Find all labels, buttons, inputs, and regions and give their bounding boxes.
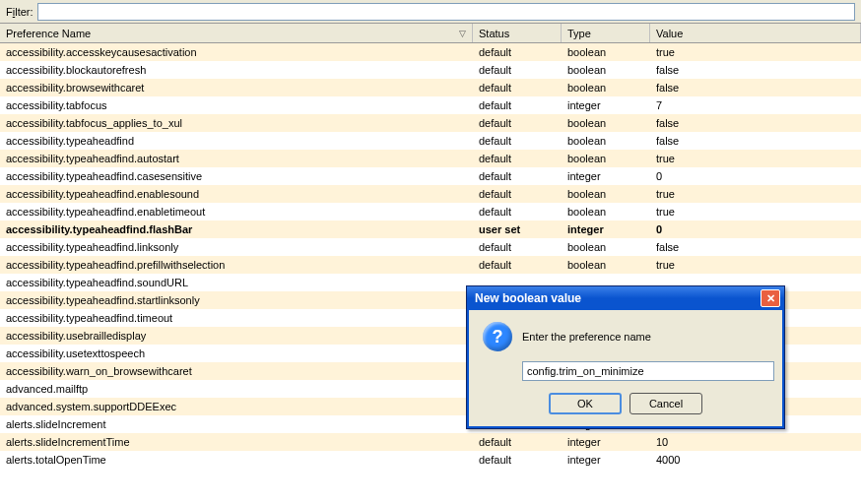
pref-name: accessibility.typeaheadfind.prefillwiths… xyxy=(0,258,473,272)
pref-value: false xyxy=(650,134,861,148)
pref-value: 4000 xyxy=(650,453,861,467)
pref-name: accessibility.typeaheadfind.timeout xyxy=(0,311,473,325)
pref-type: boolean xyxy=(562,134,650,148)
pref-name: accessibility.warn_on_browsewithcaret xyxy=(0,364,473,378)
pref-name: accessibility.browsewithcaret xyxy=(0,81,473,94)
pref-type: integer xyxy=(562,169,650,183)
close-icon[interactable]: ✕ xyxy=(761,289,780,307)
pref-status: default xyxy=(473,205,562,219)
pref-name: alerts.slideIncrement xyxy=(0,417,473,431)
pref-name: accessibility.typeaheadfind.enabletimeou… xyxy=(0,205,473,219)
pref-name: accessibility.tabfocus_applies_to_xul xyxy=(0,116,473,130)
dialog-prompt: Enter the preference name xyxy=(522,331,651,343)
pref-name: alerts.slideIncrementTime xyxy=(0,435,473,449)
table-row[interactable]: alerts.slideIncrementTimedefaultinteger1… xyxy=(0,433,861,451)
table-row[interactable]: accessibility.typeaheadfind.casesensitiv… xyxy=(0,167,861,185)
pref-type xyxy=(562,282,650,284)
pref-status: user set xyxy=(473,222,562,236)
pref-name: alerts.totalOpenTime xyxy=(0,453,473,467)
table-row[interactable]: alerts.totalOpenTimedefaultinteger4000 xyxy=(0,451,861,469)
pref-name: accessibility.accesskeycausesactivation xyxy=(0,45,473,59)
pref-name: accessibility.typeaheadfind.enablesound xyxy=(0,187,473,201)
pref-type: boolean xyxy=(562,205,650,219)
pref-value: true xyxy=(650,152,861,165)
header-label: Preference Name xyxy=(6,28,91,39)
pref-value: 0 xyxy=(650,222,861,236)
sort-indicator-icon: ▽ xyxy=(459,29,466,38)
header-label: Type xyxy=(567,28,591,39)
pref-value: false xyxy=(650,81,861,94)
header-label: Value xyxy=(656,28,683,39)
pref-value: 7 xyxy=(650,98,861,112)
header-status[interactable]: Status xyxy=(473,24,562,42)
pref-name: advanced.system.supportDDEExec xyxy=(0,400,473,413)
pref-status: default xyxy=(473,134,562,148)
pref-name: accessibility.typeaheadfind xyxy=(0,134,473,148)
header-preference-name[interactable]: Preference Name ▽ xyxy=(0,24,473,42)
table-row[interactable]: accessibility.typeaheadfind.enabletimeou… xyxy=(0,203,861,220)
new-boolean-dialog: New boolean value ✕ Enter the preference… xyxy=(466,285,785,429)
pref-name: accessibility.typeaheadfind.linksonly xyxy=(0,240,473,254)
dialog-titlebar[interactable]: New boolean value ✕ xyxy=(467,286,784,310)
table-row[interactable]: accessibility.browsewithcaretdefaultbool… xyxy=(0,79,861,96)
pref-type: boolean xyxy=(562,152,650,165)
table-row[interactable]: accessibility.typeaheadfind.flashBaruser… xyxy=(0,220,861,238)
pref-status: default xyxy=(473,45,562,59)
header-type[interactable]: Type xyxy=(562,24,650,42)
pref-name: accessibility.usebrailledisplay xyxy=(0,329,473,343)
pref-status: default xyxy=(473,152,562,165)
filter-label: Filter: xyxy=(6,6,33,18)
pref-status: default xyxy=(473,453,562,467)
pref-value: false xyxy=(650,63,861,77)
pref-type: boolean xyxy=(562,116,650,130)
pref-value: 10 xyxy=(650,435,861,449)
table-row[interactable]: accessibility.tabfocus_applies_to_xuldef… xyxy=(0,114,861,132)
filter-input[interactable] xyxy=(37,3,855,21)
pref-status: default xyxy=(473,81,562,94)
pref-type: boolean xyxy=(562,258,650,272)
pref-status: default xyxy=(473,258,562,272)
pref-type: integer xyxy=(562,453,650,467)
pref-value: true xyxy=(650,187,861,201)
pref-name: accessibility.typeaheadfind.flashBar xyxy=(0,222,473,236)
pref-status: default xyxy=(473,98,562,112)
pref-name: accessibility.typeaheadfind.autostart xyxy=(0,152,473,165)
table-row[interactable]: accessibility.blockautorefreshdefaultboo… xyxy=(0,61,861,79)
header-label: Status xyxy=(479,28,509,39)
question-icon xyxy=(483,322,512,351)
preference-name-input[interactable] xyxy=(522,361,774,381)
table-row[interactable]: accessibility.typeaheadfind.linksonlydef… xyxy=(0,238,861,256)
table-row[interactable]: accessibility.typeaheadfinddefaultboolea… xyxy=(0,132,861,150)
table-row[interactable]: accessibility.accesskeycausesactivationd… xyxy=(0,43,861,61)
pref-name: accessibility.typeaheadfind.casesensitiv… xyxy=(0,169,473,183)
pref-name: accessibility.blockautorefresh xyxy=(0,63,473,77)
pref-type: boolean xyxy=(562,187,650,201)
column-headers: Preference Name ▽ Status Type Value xyxy=(0,24,861,43)
pref-value: true xyxy=(650,45,861,59)
pref-type: boolean xyxy=(562,45,650,59)
pref-name: accessibility.typeaheadfind.startlinkson… xyxy=(0,293,473,307)
pref-status: default xyxy=(473,116,562,130)
pref-type: boolean xyxy=(562,240,650,254)
pref-value: true xyxy=(650,205,861,219)
pref-value: false xyxy=(650,240,861,254)
pref-type: boolean xyxy=(562,81,650,94)
table-row[interactable]: accessibility.typeaheadfind.prefillwiths… xyxy=(0,256,861,274)
pref-name: accessibility.usetexttospeech xyxy=(0,346,473,360)
pref-status xyxy=(473,282,562,284)
pref-type: integer xyxy=(562,435,650,449)
table-row[interactable]: accessibility.tabfocusdefaultinteger7 xyxy=(0,96,861,114)
pref-name: accessibility.tabfocus xyxy=(0,98,473,112)
dialog-body: Enter the preference name OK Cancel xyxy=(467,310,784,428)
pref-value xyxy=(650,282,861,284)
pref-name: advanced.mailftp xyxy=(0,382,473,396)
pref-name: accessibility.typeaheadfind.soundURL xyxy=(0,276,473,289)
cancel-button[interactable]: Cancel xyxy=(629,393,702,414)
pref-status: default xyxy=(473,187,562,201)
dialog-title: New boolean value xyxy=(475,291,761,305)
ok-button[interactable]: OK xyxy=(549,393,622,414)
pref-value: true xyxy=(650,258,861,272)
table-row[interactable]: accessibility.typeaheadfind.autostartdef… xyxy=(0,150,861,167)
header-value[interactable]: Value xyxy=(650,24,861,42)
table-row[interactable]: accessibility.typeaheadfind.enablesoundd… xyxy=(0,185,861,203)
